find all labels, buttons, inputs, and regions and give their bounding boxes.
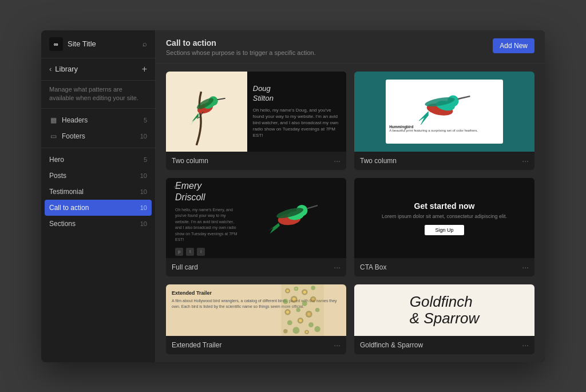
svg-point-25 [283,299,288,304]
svg-point-32 [286,311,289,314]
svg-point-27 [292,298,296,301]
card-cta-box: Get started now Lorem ipsum dolor sit am… [354,178,534,276]
cta-box-title: Get started now [414,201,475,211]
main-header-text: Call to action Sections whose purpose is… [166,38,493,56]
svg-line-3 [217,98,225,99]
card-label-4: CTA Box [360,263,522,271]
card-preview-cta-box: Get started now Lorem ipsum dolor sit am… [354,178,534,258]
card-menu-2[interactable]: ··· [522,156,529,165]
svg-point-40 [308,322,314,327]
person-name-1: DougStilton [253,84,340,104]
add-new-button[interactable]: Add New [493,38,534,53]
card-two-column-1: DougStilton Oh hello, my name's Doug, an… [166,72,346,170]
svg-point-37 [287,320,292,326]
headers-count: 5 [144,117,147,124]
library-header: ‹ Library + [41,58,155,81]
app-window: ∞ Site Title ⌕ ‹ Library + Manage what p… [41,30,545,362]
svg-point-33 [296,308,300,312]
bird-image-left [166,72,247,152]
social-icons: 𝕡 𝕥 𝕚 [175,248,241,256]
sidebar-item-call-to-action[interactable]: Call to action 10 [45,200,152,216]
sidebar-item-hero[interactable]: Hero 5 [41,152,155,168]
goldfinch-line1: Goldfinch [410,293,473,310]
svg-point-42 [292,327,299,334]
testimonial-label: Testimonial [49,188,136,196]
person-bio-2: Oh hello, my name's Emery, and you've fo… [175,207,241,243]
instagram-icon: 𝕚 [197,248,205,256]
card-label-3: Full card [172,263,334,271]
cards-grid: DougStilton Oh hello, my name's Doug, an… [156,64,545,362]
card-preview-two-col-1: DougStilton Oh hello, my name's Doug, an… [166,72,346,152]
card-preview-extended-trailer: Extended Trailer A film about Hollywood … [166,284,346,335]
sidebar-item-testimonial[interactable]: Testimonial 10 [41,184,155,200]
card-label-2: Two column [360,157,522,165]
card-full-card: ∞ EmeryDriscoll Oh hello, my name's Emer… [166,178,346,276]
footers-icon: ▭ [49,132,57,140]
card-menu-6[interactable]: ··· [522,340,529,350]
card-menu-3[interactable]: ··· [334,263,340,272]
main-header: Call to action Sections whose purpose is… [156,30,545,64]
card-menu-5[interactable]: ··· [334,340,340,350]
card-footer-3: Full card ··· [166,258,346,276]
inner-card-title: Hummingbird [389,125,500,129]
pinterest-icon: 𝕡 [175,248,183,256]
inner-card-desc: A beautiful print featuring a surprising… [389,129,500,132]
cta-sign-up-button[interactable]: Sign Up [425,225,464,235]
card-two-column-2: Hummingbird A beautiful print featuring … [354,72,534,170]
card-label-6: Goldfinch & Sparrow [360,341,522,349]
svg-point-19 [286,290,288,292]
card-preview-two-col-2: Hummingbird A beautiful print featuring … [354,72,534,152]
card-menu-4[interactable]: ··· [522,263,529,272]
card-menu-1[interactable]: ··· [334,156,340,165]
full-card-text: EmeryDriscoll Oh hello, my name's Emery,… [175,180,248,255]
hummingbird-svg-3 [261,192,324,244]
goldfinch-line2: & Sparrow [410,310,479,327]
sidebar-description: Manage what patterns are available when … [41,81,155,109]
sidebar-item-sections[interactable]: Sections 10 [41,216,155,232]
sections-count: 10 [140,220,147,227]
sidebar-top-section: ▦ Headers 5 ▭ Footers 10 [41,109,155,148]
twitter-icon: 𝕥 [186,248,194,256]
sidebar-top: ∞ Site Title ⌕ [41,30,155,58]
card-footer-6: Goldfinch & Sparrow ··· [354,336,534,354]
svg-line-10 [458,96,470,99]
bird-illustration-1 [166,72,247,152]
cta-box-desc: Lorem ipsum dolor sit amet, consectetur … [382,213,507,219]
testimonial-count: 10 [140,188,147,195]
page-title: Call to action [166,38,493,47]
card-extended-trailer: Extended Trailer A film about Hollywood … [166,284,346,354]
svg-point-23 [303,291,306,294]
sidebar-item-posts[interactable]: Posts 10 [41,168,155,184]
svg-line-15 [307,205,318,209]
add-pattern-button[interactable]: + [142,64,147,74]
goldfinch-sparrow-text: Goldfinch & Sparrow [410,294,479,326]
sidebar-item-footers[interactable]: ▭ Footers 10 [41,128,155,144]
infinity-icon: ∞ [54,41,58,47]
site-logo: ∞ [49,37,63,51]
card-goldfinch-sparrow: Goldfinch & Sparrow Goldfinch & Sparrow … [354,284,534,354]
hero-label: Hero [49,156,139,164]
card-footer-1: Two column ··· [166,152,346,170]
card-label-1: Two column [172,157,334,165]
person-name-2: EmeryDriscoll [175,180,241,202]
bird-illustration-3 [248,192,337,244]
back-button[interactable]: ‹ [49,65,52,73]
search-button[interactable]: ⌕ [142,39,147,48]
cta-label: Call to action [49,204,136,212]
svg-point-45 [314,326,320,332]
site-title: Site Title [68,39,138,48]
sidebar: ∞ Site Title ⌕ ‹ Library + Manage what p… [41,30,156,362]
svg-point-44 [306,331,308,334]
card-preview-goldfinch: Goldfinch & Sparrow [354,284,534,335]
hummingbird-svg-1 [166,72,247,152]
svg-point-28 [302,301,307,306]
sidebar-item-headers[interactable]: ▦ Headers 5 [41,112,155,128]
card-footer-5: Extended Trailer ··· [166,336,346,354]
person-bio-1: Oh hello, my name's Doug, and you've fou… [253,107,340,139]
footers-label: Footers [62,132,136,140]
svg-point-24 [311,286,315,290]
page-subtitle: Sections whose purpose is to trigger a s… [166,49,493,56]
svg-point-36 [315,308,319,312]
card-logo-mark: ∞ [174,184,178,190]
headers-icon: ▦ [49,116,57,124]
